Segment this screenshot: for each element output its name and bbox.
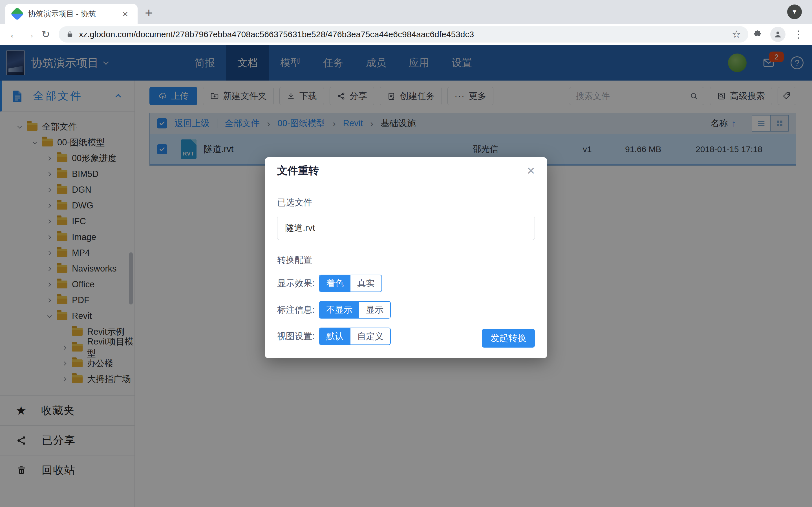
annotation-toggle: 不显示 显示 xyxy=(319,301,391,319)
annotation-row: 标注信息: 不显示 显示 xyxy=(277,301,535,319)
option-realistic[interactable]: 真实 xyxy=(350,275,382,291)
new-tab-button[interactable]: + xyxy=(145,6,153,20)
annotation-label: 标注信息: xyxy=(277,304,319,316)
site-favicon xyxy=(10,7,24,20)
back-icon[interactable]: ← xyxy=(6,26,22,42)
option-hide[interactable]: 不显示 xyxy=(319,302,359,318)
browser-avatar-icon[interactable] xyxy=(770,27,785,42)
browser-tab[interactable]: 协筑演示项目 - 协筑 × xyxy=(5,4,138,24)
url-bar: ← → ↻ xz.glodon.com/document/278b7967ebb… xyxy=(0,24,812,45)
file-reconvert-modal: 文件重转 × 已选文件 转换配置 显示效果: 着色 真实 标注信息: 不显示 显… xyxy=(265,157,547,358)
modal-header: 文件重转 × xyxy=(265,157,547,184)
forward-icon[interactable]: → xyxy=(22,26,38,42)
view-setting-toggle: 默认 自定义 xyxy=(319,328,391,345)
tab-strip: 协筑演示项目 - 协筑 × + ▼ xyxy=(0,0,812,24)
modal-body: 已选文件 转换配置 显示效果: 着色 真实 标注信息: 不显示 显示 视图设置: xyxy=(265,184,547,345)
option-shaded[interactable]: 着色 xyxy=(319,275,350,291)
modal-title: 文件重转 xyxy=(277,164,319,178)
option-show[interactable]: 显示 xyxy=(359,302,390,318)
selected-file-input[interactable] xyxy=(277,216,535,240)
convert-config-label: 转换配置 xyxy=(277,254,535,266)
extensions-puzzle-icon[interactable] xyxy=(753,30,762,39)
chrome-actions: ⋮ xyxy=(753,27,806,42)
display-effect-toggle: 着色 真实 xyxy=(319,275,382,292)
option-default[interactable]: 默认 xyxy=(319,328,350,344)
bookmark-star-icon[interactable]: ☆ xyxy=(732,29,741,40)
reload-icon[interactable]: ↻ xyxy=(38,26,54,42)
lock-icon xyxy=(66,31,74,38)
tab-close-icon[interactable]: × xyxy=(120,8,130,20)
display-effect-row: 显示效果: 着色 真实 xyxy=(277,274,535,292)
browser-menu-icon[interactable]: ⋮ xyxy=(794,29,804,40)
selected-file-label: 已选文件 xyxy=(277,196,535,209)
display-effect-label: 显示效果: xyxy=(277,277,319,289)
url-text: xz.glodon.com/document/278b7967ebba4708a… xyxy=(79,30,474,39)
app-window: 协筑演示项目 简报 文档 模型 任务 成员 应用 设置 2 ? xyxy=(0,45,812,507)
modal-footer: 发起转换 xyxy=(482,329,535,348)
browser-profile-icon[interactable]: ▼ xyxy=(787,4,802,19)
close-icon[interactable]: × xyxy=(527,164,535,177)
view-setting-label: 视图设置: xyxy=(277,330,319,342)
option-custom[interactable]: 自定义 xyxy=(350,328,390,344)
browser-chrome: 协筑演示项目 - 协筑 × + ▼ ← → ↻ xz.glodon.com/do… xyxy=(0,0,812,45)
tab-title: 协筑演示项目 - 协筑 xyxy=(28,9,120,19)
address-field[interactable]: xz.glodon.com/document/278b7967ebba4708a… xyxy=(59,26,748,43)
start-convert-button[interactable]: 发起转换 xyxy=(482,329,535,348)
